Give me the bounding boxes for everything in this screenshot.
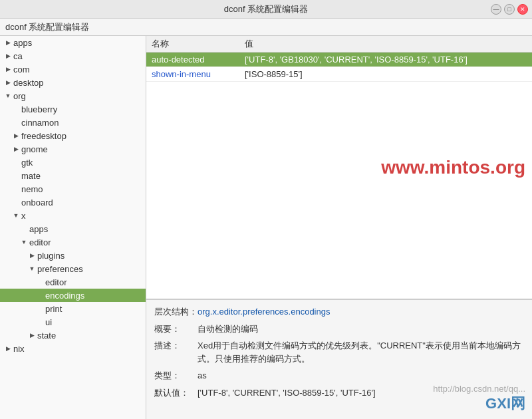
tree-label: cinnamon (21, 118, 59, 128)
sidebar-item-x-apps[interactable]: apps (0, 222, 146, 235)
tree-arrow-icon (11, 197, 21, 208)
sidebar-item-x[interactable]: ▼x (0, 209, 146, 222)
info-type-row: 类型： as (154, 369, 524, 382)
tree-label: onboard (21, 198, 53, 208)
tree-label: editor (29, 237, 51, 247)
titlebar: dconf 系统配置编辑器 — □ ✕ (0, 0, 532, 19)
tree-label: preferences (37, 264, 83, 274)
sidebar-item-nemo[interactable]: nemo (0, 182, 146, 196)
tree-arrow-icon (11, 184, 21, 194)
info-type-label: 类型： (154, 369, 198, 382)
tree-label: nix (13, 344, 25, 354)
info-path-row: 层次结构： org.x.editor.preferences.encodings (154, 305, 524, 319)
menubar-label: dconf 系统配置编辑器 (5, 21, 89, 33)
table-row[interactable]: shown-in-menu['ISO-8859-15'] (146, 67, 532, 82)
tree-label: com (13, 65, 30, 74)
sidebar-item-x-editor-preferences[interactable]: ▼preferences (0, 262, 146, 275)
sidebar-item-x-editor-plugins[interactable]: ▶plugins (0, 249, 146, 262)
tree-label: editor (45, 277, 67, 287)
tree-label: apps (13, 38, 32, 48)
titlebar-title: dconf 系统配置编辑器 (224, 3, 308, 15)
tree-label: ca (13, 51, 23, 61)
tree-label: print (45, 304, 62, 314)
sidebar-item-x-editor-state[interactable]: ▶state (0, 329, 146, 342)
tree-label: ui (45, 317, 52, 327)
table-cell-value: ['UTF-8', 'GB18030', 'CURRENT', 'ISO-885… (245, 55, 527, 65)
tree-label: plugins (37, 251, 65, 261)
tree-arrow-icon (19, 223, 29, 234)
tree-arrow-icon: ▼ (3, 90, 13, 101)
titlebar-controls: — □ ✕ (491, 4, 528, 15)
sidebar-item-x-editor-preferences-print[interactable]: print (0, 302, 146, 315)
sidebar-item-gnome[interactable]: ▶gnome (0, 142, 146, 156)
info-summary-value: 自动检测的编码 (198, 323, 524, 336)
tree-arrow-icon: ▶ (27, 250, 37, 261)
info-path-label: 层次结构： (154, 305, 198, 318)
tree-arrow-icon (11, 117, 21, 128)
sidebar-item-freedesktop[interactable]: ▶freedesktop (0, 129, 146, 142)
tree-label: gtk (21, 158, 33, 168)
tree-arrow-icon: ▶ (11, 130, 21, 141)
sidebar-item-desktop[interactable]: ▶desktop (0, 76, 146, 89)
sidebar-item-nix[interactable]: ▶nix (0, 342, 146, 355)
tree-label: blueberry (21, 104, 57, 114)
tree-label: desktop (13, 78, 44, 88)
info-path-value: org.x.editor.preferences.encodings (198, 305, 524, 319)
tree-arrow-icon (35, 317, 45, 327)
info-desc-row: 描述： Xed用于自动检测文件编码方式的优先级列表。"CURRENT"表示使用当… (154, 339, 524, 365)
col-name-header: 名称 (152, 38, 245, 50)
table-cell-name: auto-detected (152, 55, 245, 65)
right-panel: 名称 值 auto-detected['UTF-8', 'GB18030', '… (146, 36, 532, 419)
tree-arrow-icon (35, 303, 45, 314)
info-summary-row: 概要： 自动检测的编码 (154, 323, 524, 336)
sidebar-item-blueberry[interactable]: blueberry (0, 102, 146, 116)
minimize-button[interactable]: — (491, 4, 501, 15)
tree-label: gnome (21, 144, 48, 154)
tree-arrow-icon (35, 277, 45, 287)
table-header: 名称 值 (146, 36, 532, 53)
sidebar-item-org[interactable]: ▼org (0, 89, 146, 102)
tree-arrow-icon: ▶ (3, 343, 13, 354)
close-button[interactable]: ✕ (517, 4, 528, 15)
sidebar-item-onboard[interactable]: onboard (0, 196, 146, 209)
table-cell-name: shown-in-menu (152, 69, 245, 79)
sidebar-item-gtk[interactable]: gtk (0, 156, 146, 169)
tree-arrow-icon: ▶ (27, 330, 37, 341)
info-desc-label: 描述： (154, 339, 198, 352)
tree-label: apps (29, 224, 48, 234)
col-value-header: 值 (245, 38, 527, 50)
sidebar-item-ca[interactable]: ▶ca (0, 49, 146, 63)
tree-label: x (21, 211, 26, 221)
sidebar-item-x-editor-preferences-ui[interactable]: ui (0, 315, 146, 329)
menubar: dconf 系统配置编辑器 (0, 19, 532, 36)
sidebar-item-x-editor-preferences-encodings[interactable]: encodings (0, 289, 146, 302)
sidebar-item-com[interactable]: ▶com (0, 63, 146, 76)
watermark-logo: GXI网 (485, 394, 525, 414)
main-layout: ▶apps▶ca▶com▶desktop▼orgblueberrycinnamo… (0, 36, 532, 419)
sidebar: ▶apps▶ca▶com▶desktop▼orgblueberrycinnamo… (0, 36, 146, 419)
tree-arrow-icon: ▶ (3, 51, 13, 61)
sidebar-item-cinnamon[interactable]: cinnamon (0, 116, 146, 129)
tree-label: freedesktop (21, 131, 66, 141)
tree-arrow-icon (11, 104, 21, 114)
tree-arrow-icon: ▼ (19, 237, 29, 247)
tree-arrow-icon: ▶ (3, 77, 13, 88)
tree-arrow-icon (11, 157, 21, 168)
tree-arrow-icon: ▶ (3, 37, 13, 48)
tree-label: mate (21, 171, 41, 181)
table-row[interactable]: auto-detected['UTF-8', 'GB18030', 'CURRE… (146, 53, 532, 67)
sidebar-item-x-editor-preferences-editor[interactable]: editor (0, 275, 146, 289)
tree-arrow-icon: ▼ (27, 263, 37, 274)
sidebar-item-apps[interactable]: ▶apps (0, 36, 146, 49)
table-area: 名称 值 auto-detected['UTF-8', 'GB18030', '… (146, 36, 532, 299)
info-default-label: 默认值： (154, 386, 198, 399)
info-summary-label: 概要： (154, 323, 198, 335)
tree-label: state (37, 331, 56, 341)
sidebar-item-x-editor[interactable]: ▼editor (0, 235, 146, 249)
tree-arrow-icon: ▼ (11, 210, 21, 221)
maximize-button[interactable]: □ (504, 4, 515, 15)
sidebar-item-mate[interactable]: mate (0, 169, 146, 182)
info-type-value: as (198, 369, 524, 382)
watermark-url: http://blog.csdn.net/qq... (433, 384, 525, 394)
tree-arrow-icon (11, 170, 21, 181)
